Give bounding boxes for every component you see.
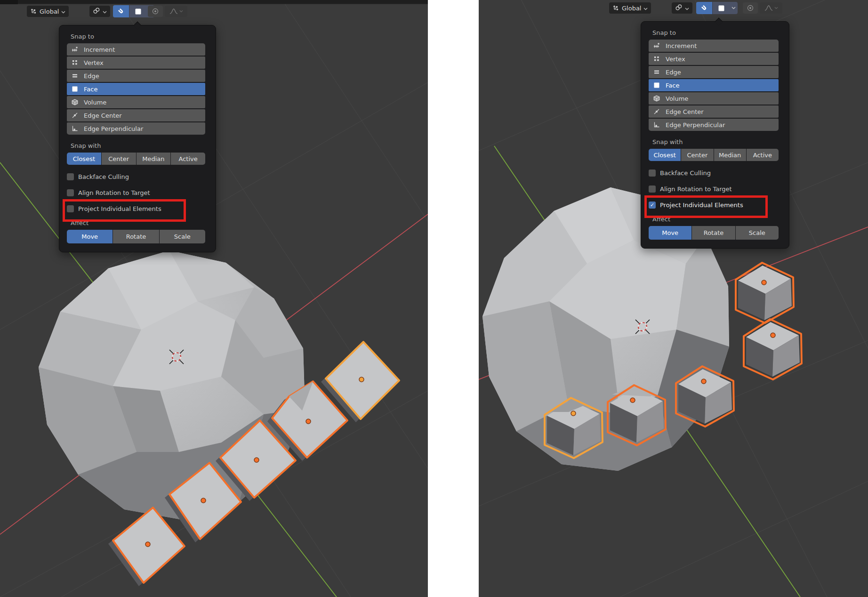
- proportional-editing-button[interactable]: [148, 6, 163, 17]
- snap-mode-dropdown[interactable]: [730, 2, 738, 14]
- origin-dot: [701, 379, 706, 384]
- affect-move[interactable]: Move: [67, 230, 113, 243]
- snap-item-label: Volume: [666, 95, 688, 102]
- affect-rotate[interactable]: Rotate: [692, 226, 735, 240]
- checkbox[interactable]: ✓: [67, 205, 74, 212]
- chevron-down-icon: [103, 8, 107, 15]
- edge-icon: [652, 68, 661, 76]
- checkbox[interactable]: ✓: [649, 202, 656, 209]
- checkbox[interactable]: ✓: [649, 186, 656, 193]
- edge-icon: [71, 72, 79, 80]
- snap-with-active[interactable]: Active: [747, 149, 779, 161]
- snap-item-vertex[interactable]: Vertex: [67, 56, 205, 69]
- checkbox-label: Backface Culling: [660, 169, 711, 177]
- magnet-icon-button[interactable]: [696, 2, 712, 14]
- snap-item-increment[interactable]: Increment: [67, 43, 205, 56]
- viewport-left[interactable]: Global: [0, 0, 428, 597]
- affect-move[interactable]: Move: [649, 226, 691, 240]
- snap-item-label: Edge: [666, 69, 681, 76]
- topbar-segment: [18, 0, 428, 4]
- snap-target-button[interactable]: [89, 6, 110, 17]
- snap-mode-face-button[interactable]: [129, 5, 146, 17]
- edge-perpendicular-icon: [71, 125, 79, 132]
- snap-with-closest[interactable]: Closest: [67, 153, 101, 165]
- magnet-icon: [700, 4, 708, 12]
- falloff-dropdown[interactable]: [165, 6, 187, 17]
- face-icon: [135, 8, 142, 15]
- magnet-icon-button[interactable]: [113, 5, 129, 17]
- chevron-down-icon: [685, 5, 689, 12]
- orientation-icon: [612, 4, 619, 12]
- affect-rotate[interactable]: Rotate: [113, 230, 159, 243]
- checkbox-label: Align Rotation to Target: [660, 186, 732, 193]
- falloff-curve-icon: [169, 8, 178, 15]
- snap-with-segment: Closest Center Median Active: [67, 153, 205, 165]
- snap-item-edge-perpendicular[interactable]: Edge Perpendicular: [67, 122, 205, 135]
- proportional-circle-icon: [747, 4, 754, 12]
- checkbox[interactable]: ✓: [67, 189, 74, 196]
- snap-mode-face-button[interactable]: [712, 2, 730, 14]
- snapped-cube[interactable]: [736, 263, 794, 323]
- snap-item-face[interactable]: Face: [649, 79, 779, 91]
- chevron-down-icon: [61, 8, 65, 15]
- snap-with-active[interactable]: Active: [171, 153, 205, 165]
- snap-with-center[interactable]: Center: [102, 153, 136, 165]
- vertex-icon: [71, 59, 79, 66]
- project-individual-elements-checkbox-row[interactable]: ✓ Project Individual Elements: [649, 200, 779, 210]
- increment-icon: [71, 46, 79, 53]
- snap-item-edge-center[interactable]: Edge Center: [649, 105, 779, 118]
- snap-item-edge[interactable]: Edge: [67, 70, 205, 82]
- snap-with-closest[interactable]: Closest: [649, 149, 681, 161]
- snap-with-median[interactable]: Median: [137, 153, 171, 165]
- origin-dot: [201, 498, 206, 503]
- snap-item-face[interactable]: Face: [67, 83, 205, 95]
- origin-dot: [306, 419, 311, 424]
- chevron-down-icon: [774, 7, 778, 9]
- affect-scale[interactable]: Scale: [736, 226, 779, 240]
- snap-item-increment[interactable]: Increment: [649, 40, 779, 52]
- affect-segment: Move Rotate Scale: [649, 226, 779, 240]
- affect-scale[interactable]: Scale: [160, 230, 205, 243]
- falloff-dropdown[interactable]: [760, 2, 782, 14]
- align-rotation-checkbox-row[interactable]: ✓ Align Rotation to Target: [67, 187, 205, 198]
- transform-orientation-dropdown[interactable]: Global: [609, 2, 651, 14]
- snap-item-label: Volume: [84, 99, 106, 106]
- snap-item-volume[interactable]: Volume: [67, 96, 205, 108]
- backface-culling-checkbox-row[interactable]: ✓ Backface Culling: [67, 171, 205, 182]
- snap-item-edge-center[interactable]: Edge Center: [67, 109, 205, 121]
- face-icon: [71, 85, 79, 93]
- falloff-curve-icon: [764, 5, 773, 11]
- snapped-cube[interactable]: [108, 508, 185, 586]
- snap-with-median[interactable]: Median: [714, 149, 746, 161]
- volume-icon: [71, 98, 79, 106]
- snap-item-volume[interactable]: Volume: [649, 92, 779, 105]
- checkbox[interactable]: ✓: [67, 173, 74, 180]
- vertex-icon: [652, 55, 661, 63]
- snap-settings-panel: Snap to Increment Vertex Edge Face: [59, 25, 216, 252]
- edge-perpendicular-icon: [652, 121, 661, 129]
- align-rotation-checkbox-row[interactable]: ✓ Align Rotation to Target: [649, 184, 779, 194]
- snap-with-center[interactable]: Center: [681, 149, 713, 161]
- project-individual-elements-checkbox-row[interactable]: ✓ Project Individual Elements: [67, 203, 205, 214]
- snap-to-list: Increment Vertex Edge Face Volume: [67, 43, 205, 135]
- origin-dot: [771, 333, 775, 338]
- origin-dot: [359, 377, 364, 382]
- proportional-editing-button[interactable]: [743, 2, 758, 14]
- snapping-rings-icon: [675, 4, 683, 13]
- snap-item-label: Face: [666, 82, 679, 89]
- snapped-cube[interactable]: [744, 319, 802, 379]
- viewport-right[interactable]: Global: [479, 0, 868, 597]
- checkbox[interactable]: ✓: [649, 169, 656, 177]
- snap-item-vertex[interactable]: Vertex: [649, 53, 779, 65]
- snap-item-edge-perpendicular[interactable]: Edge Perpendicular: [649, 119, 779, 131]
- chevron-down-icon: [731, 7, 736, 9]
- orientation-label: Global: [40, 8, 59, 15]
- snap-item-label: Edge Perpendicular: [666, 121, 725, 129]
- snap-target-button[interactable]: [672, 2, 692, 14]
- snap-item-label: Edge Perpendicular: [84, 125, 143, 132]
- snap-item-label: Edge: [84, 73, 99, 80]
- backface-culling-checkbox-row[interactable]: ✓ Backface Culling: [649, 168, 779, 178]
- transform-orientation-dropdown[interactable]: Global: [27, 6, 69, 17]
- snap-item-label: Edge Center: [666, 108, 704, 115]
- snap-item-edge[interactable]: Edge: [649, 66, 779, 78]
